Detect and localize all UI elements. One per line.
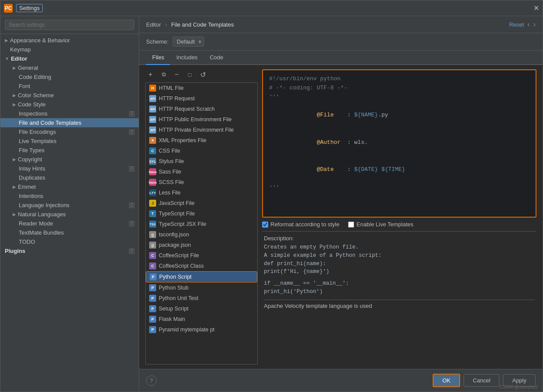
list-item[interactable]: C CoffeeScript Class [146, 261, 257, 271]
add-button[interactable]: + [145, 69, 156, 80]
list-item[interactable]: API HTTP Private Environment File [146, 125, 257, 135]
search-input[interactable] [5, 20, 134, 30]
live-templates-checkbox[interactable] [348, 222, 354, 228]
sidebar-item-keymap[interactable]: Keymap [0, 45, 139, 54]
list-item[interactable]: X XML Properties File [146, 135, 257, 146]
template-button[interactable]: □ [184, 69, 195, 80]
sidebar-item-code-editing[interactable]: Code Editing [0, 72, 139, 82]
sidebar-item-editor[interactable]: ▼ Editor [0, 54, 139, 63]
close-button[interactable]: ✕ [533, 4, 539, 12]
scheme-label: Scheme: [146, 38, 168, 45]
sidebar-item-inspections[interactable]: Inspections ☰ [0, 109, 139, 118]
list-item[interactable]: {} tsconfig.json [146, 229, 257, 240]
tab-includes[interactable]: Includes [170, 51, 203, 65]
list-item[interactable]: P Python Unit Test [146, 293, 257, 303]
sidebar-item-plugins[interactable]: Plugins ☰ [0, 246, 139, 256]
sidebar: ▶ Appearance & Behavior Keymap ▼ Editor … [0, 16, 139, 392]
list-item[interactable]: SYL Stylus File [146, 156, 257, 167]
code-line-4: @File : ${NAME}.py [269, 102, 529, 129]
badge-icon: ☰ [129, 203, 134, 208]
sidebar-item-appearance[interactable]: ▶ Appearance & Behavior [0, 36, 139, 45]
list-item[interactable]: T TypeScript File [146, 208, 257, 219]
list-item[interactable]: Sass Sass File [146, 167, 257, 177]
back-button[interactable]: ‹ [527, 20, 529, 28]
velocity-note: Apache Velocity template language is use… [264, 300, 535, 309]
velocity-link[interactable]: Apache Velocity [264, 303, 304, 309]
list-item[interactable]: API HTTP Request [146, 93, 257, 104]
list-item[interactable]: H HTML File [146, 83, 257, 93]
sidebar-item-code-style[interactable]: ▶ Code Style [0, 100, 139, 109]
sidebar-item-inlay-hints[interactable]: Inlay Hints ☰ [0, 164, 139, 173]
forward-button[interactable]: › [533, 20, 536, 28]
list-item[interactable]: {} package.json [146, 240, 257, 250]
sidebar-item-color-scheme[interactable]: ▶ Color Scheme [0, 91, 139, 100]
editor-pane: #!/usr/bin/env python # -*- coding: UTF-… [262, 69, 536, 365]
sidebar-item-duplicates[interactable]: Duplicates [0, 173, 139, 182]
arrow-icon: ▶ [5, 38, 8, 43]
scheme-select[interactable]: Default [173, 37, 204, 47]
sidebar-item-file-types[interactable]: File Types [0, 146, 139, 155]
sidebar-item-intentions[interactable]: Intentions [0, 191, 139, 201]
sidebar-item-emmet[interactable]: ▶ Emmet [0, 182, 139, 191]
coffee-icon: C [149, 252, 156, 259]
python-stub-icon: P [149, 284, 156, 291]
undo-button[interactable]: ↺ [198, 69, 208, 80]
badge-icon: ☰ [129, 130, 134, 135]
badge-icon: ☰ [129, 221, 134, 226]
sidebar-item-textmate-bundles[interactable]: TextMate Bundles [0, 228, 139, 237]
list-item[interactable]: API HTTP Request Scratch [146, 104, 257, 114]
panel-body: + ⧉ − □ ↺ H HTML File API HTTP Requ [139, 65, 543, 369]
header-actions: Reset ‹ › [509, 20, 536, 28]
ok-button[interactable]: OK [433, 374, 460, 387]
copy-button[interactable]: ⧉ [158, 69, 169, 80]
list-item[interactable]: P Python Stub [146, 283, 257, 293]
list-item[interactable]: API HTTP Public Environment File [146, 114, 257, 125]
list-item[interactable]: P Pyramid mytemplate pt [146, 324, 257, 335]
code-editor[interactable]: #!/usr/bin/env python # -*- coding: UTF-… [262, 69, 536, 218]
list-item[interactable]: P Setup Script [146, 303, 257, 314]
live-templates-checkbox-wrap[interactable]: Enable Live Templates [348, 221, 413, 228]
sidebar-item-copyright[interactable]: ▶ Copyright [0, 155, 139, 164]
sidebar-item-language-injections[interactable]: Language Injections ☰ [0, 201, 139, 210]
list-item[interactable]: P Flask Main [146, 314, 257, 324]
reformat-label: Reformat according to style [270, 221, 339, 228]
list-item[interactable]: C CSS File [146, 146, 257, 156]
sidebar-item-general[interactable]: ▶ General [0, 63, 139, 72]
sidebar-item-file-code-templates[interactable]: File and Code Templates [0, 118, 139, 127]
watermark: CSDN @xtsnzhzz [499, 384, 538, 389]
live-templates-label: Enable Live Templates [356, 221, 413, 228]
ts-icon: T [149, 210, 156, 217]
badge-icon: ☰ [129, 166, 134, 171]
tab-files[interactable]: Files [146, 51, 170, 65]
sidebar-item-live-templates[interactable]: Live Templates [0, 136, 139, 146]
main-panel: Editor › File and Code Templates Reset ‹… [139, 16, 543, 392]
sidebar-item-file-encodings[interactable]: File Encodings ☰ [0, 127, 139, 136]
tabs-bar: Files Includes Code [139, 51, 543, 65]
flask-icon: P [149, 316, 156, 323]
nav-tree: ▶ Appearance & Behavior Keymap ▼ Editor … [0, 34, 139, 392]
remove-button[interactable]: − [171, 69, 182, 80]
python-unit-icon: P [149, 295, 156, 302]
file-list-toolbar: + ⧉ − □ ↺ [145, 69, 258, 80]
reformat-checkbox-wrap[interactable]: Reformat according to style [262, 221, 339, 228]
sidebar-item-natural-languages[interactable]: ▶ Natural Languages [0, 210, 139, 219]
sidebar-item-font[interactable]: Font [0, 82, 139, 91]
arrow-icon: ▶ [13, 212, 16, 217]
list-item[interactable]: J JavaScript File [146, 198, 257, 208]
list-item[interactable]: TSX TypeScript JSX File [146, 219, 257, 229]
arrow-icon: ▶ [13, 184, 16, 189]
list-item[interactable]: C CoffeeScript File [146, 250, 257, 261]
reset-button[interactable]: Reset [509, 21, 524, 28]
setup-icon: P [149, 305, 156, 312]
list-item[interactable]: LTY Less File [146, 187, 257, 198]
cancel-button[interactable]: Cancel [464, 374, 499, 387]
list-item[interactable]: Sass SCSS File [146, 177, 257, 187]
js-icon: J [149, 200, 156, 207]
reformat-checkbox[interactable] [262, 222, 268, 228]
sidebar-item-reader-mode[interactable]: Reader Mode ☰ [0, 219, 139, 228]
tab-code[interactable]: Code [204, 51, 229, 65]
help-button[interactable]: ? [146, 375, 157, 386]
sidebar-item-todo[interactable]: TODO [0, 237, 139, 246]
list-item-python-script[interactable]: P Python Script [146, 271, 257, 283]
code-line-7: ''' [269, 184, 529, 193]
